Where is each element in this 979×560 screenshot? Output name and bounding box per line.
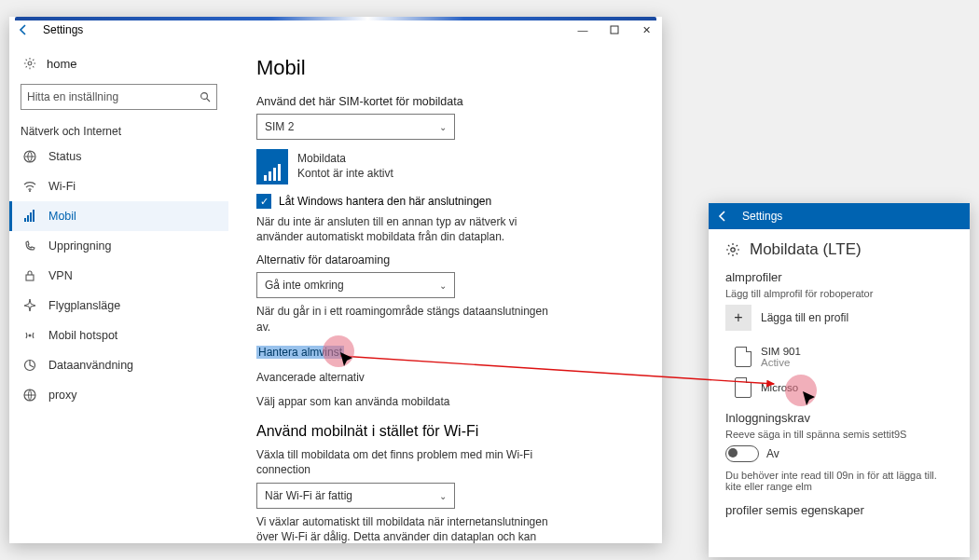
advanced-options-link[interactable]: Avancerade alternativ [256, 371, 634, 384]
signal-icon [22, 209, 37, 224]
mobiledata-title: Mobildata [297, 152, 393, 167]
hotspot-icon [22, 328, 37, 343]
add-profile-button[interactable]: + Lägga till en profil [725, 305, 953, 331]
dialup-icon [22, 239, 37, 253]
login-text: Du behöver inte read till 09n in för att… [725, 470, 953, 492]
window-title: Settings [43, 23, 83, 36]
back-button[interactable] [9, 17, 37, 43]
profile-item-sim901[interactable]: SIM 901 Active [735, 346, 953, 368]
gear-icon [725, 242, 740, 257]
svg-point-14 [731, 248, 735, 252]
choose-apps-link[interactable]: Välj appar som kan använda mobildata [256, 395, 634, 408]
sidebar-item-datausage[interactable]: Dataanvändning [9, 350, 228, 380]
profile-status: Active [761, 357, 801, 368]
search-input[interactable]: Hitta en inställning [21, 84, 217, 110]
svg-rect-8 [30, 212, 32, 222]
svg-rect-7 [27, 215, 29, 222]
home-link[interactable]: home [9, 50, 228, 76]
sim-select-value: SIM 2 [265, 120, 294, 133]
content-pane: Mobildata (LTE) almprofiler Lägg till al… [709, 229, 970, 530]
sidebar-item-label: Flygplansläge [48, 299, 120, 312]
roaming-select-value: Gå inte omkring [265, 279, 344, 292]
profiles-heading: almprofiler [725, 270, 953, 284]
wifi-icon [22, 179, 37, 194]
proxy-icon [22, 388, 37, 403]
sidebar-item-dialup[interactable]: Uppringning [9, 231, 228, 261]
svg-point-11 [29, 335, 32, 337]
sidebar-item-wifi[interactable]: Wi-Fi [9, 171, 228, 201]
svg-rect-10 [26, 275, 34, 280]
toggle-off-icon [725, 445, 759, 462]
sidebar-item-label: Wi-Fi [48, 180, 76, 193]
sidebar-item-label: Mobil hotspot [48, 329, 117, 342]
window-controls: — ✕ [567, 17, 662, 43]
back-button[interactable] [709, 203, 737, 229]
sidebar-item-label: Status [48, 150, 81, 163]
roaming-text: När du går in i ett roamingområde stängs… [256, 304, 555, 334]
titlebar: Settings — ✕ [9, 17, 662, 43]
fallback-label: Växla till mobildata om det finns proble… [256, 447, 555, 477]
signal-tile-icon [256, 149, 288, 184]
login-subtitle: Reeve säga in till spänna semis settit9S [725, 429, 953, 440]
sidebar-item-hotspot[interactable]: Mobil hotspot [9, 321, 228, 350]
svg-rect-0 [611, 26, 618, 34]
status-icon [22, 149, 37, 164]
fallback-heading: Använd mobilnät i stället för Wi-Fi [256, 423, 634, 440]
svg-point-1 [28, 61, 32, 65]
settings-window: Settings — ✕ home Hitta en inställning N… [9, 17, 662, 543]
sidebar-item-airplane[interactable]: Flygplansläge [9, 291, 228, 321]
home-label: home [47, 57, 77, 71]
sidebar-item-vpn[interactable]: VPN [9, 261, 228, 291]
search-icon [200, 91, 211, 102]
svg-point-2 [201, 93, 208, 100]
sim-icon [735, 377, 751, 398]
fallback-select-value: När Wi-Fi är fattig [265, 489, 352, 502]
sim-select-label: Använd det här SIM-kortet för mobildata [256, 95, 634, 108]
airplane-icon [22, 298, 37, 313]
profile-item-microsoft[interactable]: Microso [735, 377, 953, 398]
sidebar-section-label: Nätverk och Internet [9, 123, 228, 142]
maximize-button[interactable] [599, 17, 630, 43]
mobiledata-status[interactable]: Mobildata Kontot är inte aktivt [256, 149, 634, 184]
sidebar: home Hitta en inställning Nätverk och In… [9, 43, 228, 543]
titlebar: Settings [709, 203, 970, 229]
sidebar-item-proxy[interactable]: proxy [9, 380, 228, 410]
chevron-down-icon: ⌄ [439, 122, 447, 132]
close-button[interactable]: ✕ [630, 17, 662, 43]
roaming-select[interactable]: Gå inte omkring ⌄ [256, 272, 455, 298]
window-title: Settings [742, 210, 782, 223]
fallback-select[interactable]: När Wi-Fi är fattig ⌄ [256, 483, 455, 509]
sidebar-item-status[interactable]: Status [9, 142, 228, 171]
sidebar-item-label: Uppringning [48, 239, 111, 253]
content-pane: Mobil Använd det här SIM-kortet för mobi… [228, 43, 662, 543]
gear-icon [22, 56, 37, 71]
chevron-down-icon: ⌄ [439, 491, 447, 501]
manage-profiles-link[interactable]: Hantera almvinst [256, 346, 344, 359]
search-placeholder: Hitta en inställning [27, 90, 118, 103]
let-windows-manage-checkbox[interactable]: ✓ Låt Windows hantera den här anslutning… [256, 194, 634, 209]
login-toggle[interactable]: Av [725, 445, 953, 462]
sidebar-item-label: VPN [48, 269, 73, 282]
svg-point-5 [29, 190, 31, 192]
auto-connect-text: När du inte är ansluten till en annan ty… [256, 214, 555, 244]
checkbox-label: Låt Windows hantera den här anslutningen [279, 195, 491, 208]
toggle-label: Av [766, 447, 779, 460]
profile-name: SIM 901 [761, 346, 801, 357]
add-profile-label: Lägga till en profil [761, 311, 848, 324]
profile-name: Microso [761, 382, 798, 393]
login-heading: Inloggningskrav [725, 411, 953, 425]
sim-select[interactable]: SIM 2 ⌄ [256, 114, 455, 140]
mobildata-window: Settings Mobildata (LTE) almprofiler Läg… [709, 203, 970, 557]
profile-properties-link[interactable]: profiler semis egenskaper [725, 503, 953, 517]
minimize-button[interactable]: — [567, 17, 599, 43]
sidebar-item-label: Mobil [48, 210, 76, 223]
svg-rect-6 [24, 218, 26, 222]
plus-icon: + [725, 305, 751, 331]
svg-rect-9 [33, 210, 34, 222]
sidebar-item-mobil[interactable]: Mobil [9, 201, 228, 231]
profiles-subtitle: Lägg till almprofil för roboperator [725, 288, 953, 299]
fallback-text: Vi växlar automatiskt till mobildata när… [256, 514, 555, 543]
sim-icon [735, 347, 751, 367]
check-icon: ✓ [256, 194, 271, 209]
sidebar-item-label: Dataanvändning [48, 359, 133, 372]
